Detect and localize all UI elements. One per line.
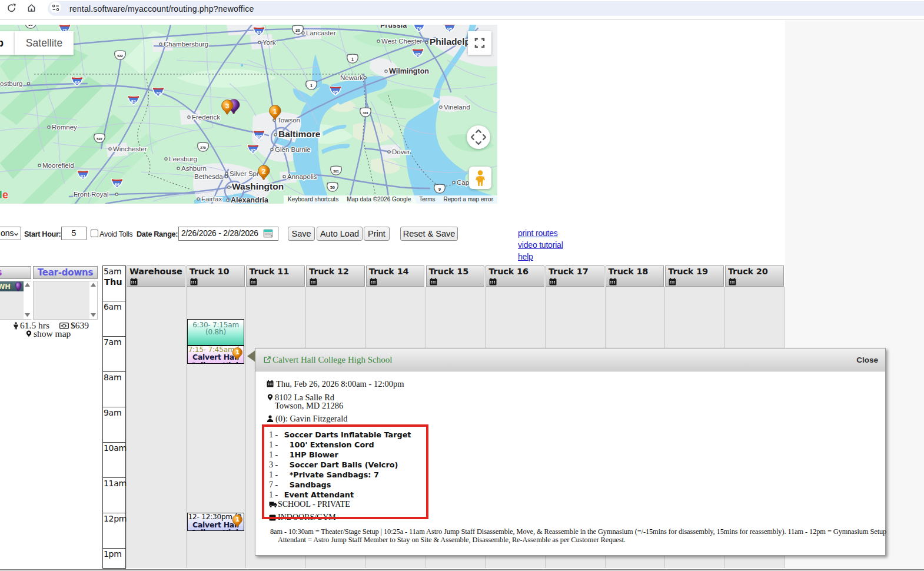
popup-close-button[interactable]: Close: [856, 356, 878, 364]
datepicker-icon[interactable]: 3: [263, 228, 273, 238]
teardowns-tab[interactable]: Tear-downs: [33, 266, 98, 279]
svg-text:Bethesda: Bethesda: [194, 173, 223, 180]
time-label: 9am: [104, 408, 121, 417]
column-header-warehouse[interactable]: Warehouse: [127, 265, 185, 287]
column-header-truck-15[interactable]: Truck 15: [426, 265, 485, 287]
routing-options-select[interactable]: ons: [0, 227, 21, 240]
start-hour-input[interactable]: 5: [61, 227, 87, 240]
svg-text:Winchester: Winchester: [113, 145, 147, 152]
url-text[interactable]: rental.software/myaccount/routing.php?ne…: [69, 2, 254, 16]
time-cell-10am: 10am: [102, 442, 126, 478]
svg-text:95: 95: [416, 52, 421, 57]
column-calendar-icon[interactable]: [549, 278, 557, 286]
column-calendar-icon[interactable]: [430, 278, 437, 286]
show-map-link[interactable]: show map: [34, 329, 71, 338]
reload-icon[interactable]: [7, 4, 16, 12]
svg-text:95: 95: [333, 89, 338, 95]
map-view-button[interactable]: Map: [0, 31, 15, 55]
avoid-tolls-checkbox[interactable]: [91, 230, 98, 237]
calendar-icon: [267, 380, 274, 387]
fullscreen-icon: [468, 31, 491, 55]
column-calendar-icon[interactable]: [130, 278, 138, 286]
schedule-event-2[interactable]: 7:15- 7:45am (Calvert HallCollege High 1: [187, 346, 245, 364]
schedule-event-3[interactable]: 12- 12:30pm (0Calvert HallCollege High 1: [187, 513, 245, 531]
map-city-lancaster: Lancaster: [302, 29, 336, 36]
column-calendar-icon[interactable]: [250, 278, 257, 286]
link-video-tutorial[interactable]: video tutorial: [518, 240, 563, 250]
column-calendar-icon[interactable]: [609, 278, 617, 286]
report-map-error-link[interactable]: Report a map error: [440, 195, 497, 204]
time-label: 10am: [104, 443, 127, 453]
schedule-event-1[interactable]: 6:30- 7:15am(0.8h): [187, 319, 245, 346]
event-line: (0.8h): [188, 328, 244, 336]
fullscreen-button[interactable]: [468, 31, 491, 55]
setups-scrollbar[interactable]: [24, 281, 31, 319]
svg-text:Ashburn: Ashburn: [181, 165, 207, 172]
column-header-truck-17[interactable]: Truck 17: [546, 265, 604, 287]
column-header-truck-12[interactable]: Truck 12: [306, 265, 365, 287]
button-print[interactable]: Print: [364, 227, 390, 241]
pan-control[interactable]: [467, 125, 490, 149]
setups-tab[interactable]: Set-ups: [0, 266, 31, 279]
column-header-truck-10[interactable]: Truck 10: [187, 265, 245, 287]
button-save[interactable]: Save: [288, 227, 315, 241]
link-help[interactable]: help: [518, 251, 533, 262]
wh-label: WH: [0, 283, 11, 291]
us-route-shield-301: 301: [360, 108, 371, 117]
svg-text:1: 1: [310, 84, 313, 88]
google-logo-letter: e: [2, 189, 8, 201]
column-header-label: Truck 18: [609, 267, 649, 276]
column-header-truck-11[interactable]: Truck 11: [246, 265, 305, 287]
us-route-shield-30: 30: [293, 25, 303, 34]
terms-link[interactable]: Terms: [415, 195, 439, 204]
google-map[interactable]: PrussiaLancasterYorkChambersburgWest Che…: [0, 25, 497, 204]
column-header-label: Truck 10: [190, 267, 230, 276]
setups-item-wh[interactable]: WH: [0, 281, 24, 291]
time-cell-9am: 9am: [102, 407, 126, 443]
column-header-truck-14[interactable]: Truck 14: [366, 265, 425, 287]
column-header-truck-19[interactable]: Truck 19: [665, 265, 724, 287]
svg-text:Frederick: Frederick: [192, 114, 220, 121]
start-hour-label: Start Hour:: [24, 230, 61, 240]
column-header-truck-18[interactable]: Truck 18: [606, 265, 664, 287]
time-label: 8am: [104, 373, 121, 382]
column-calendar-icon[interactable]: [310, 278, 317, 286]
column-calendar-icon[interactable]: [669, 278, 676, 286]
map-city-towson: Towson: [273, 117, 300, 124]
button-auto-load[interactable]: Auto Load: [317, 227, 363, 241]
us-route-shield-1: 1: [306, 81, 317, 89]
column-header-truck-20[interactable]: Truck 20: [725, 265, 784, 287]
time-label: 11am: [104, 479, 127, 488]
column-calendar-icon[interactable]: [190, 278, 198, 286]
column-calendar-icon[interactable]: [489, 278, 497, 286]
map-city-ashburn: Ashburn: [177, 165, 207, 172]
home-icon[interactable]: [27, 4, 36, 12]
teardowns-scrollbar[interactable]: [89, 281, 97, 319]
column-calendar-icon[interactable]: [370, 278, 377, 286]
svg-text:95: 95: [251, 148, 256, 153]
link-print-routes[interactable]: print routes: [518, 228, 558, 238]
teardowns-list[interactable]: [33, 281, 98, 320]
map-city-romney: Romney: [48, 124, 77, 131]
popup-title-link[interactable]: Calvert Hall College High School: [272, 355, 392, 365]
map-data-text: Map data ©2026 Google: [343, 195, 415, 204]
column-calendar-icon[interactable]: [729, 278, 736, 286]
satellite-view-button[interactable]: Satellite: [15, 31, 74, 55]
svg-text:83: 83: [257, 30, 262, 35]
screen: rental.software/myaccount/routing.php?ne…: [0, 0, 924, 571]
map-city-washington: Washington: [228, 181, 284, 191]
map-city-frederick: Frederick: [188, 114, 220, 121]
keyboard-shortcuts-link[interactable]: Keyboard shortcuts: [284, 195, 343, 204]
svg-text:York: York: [262, 39, 276, 46]
us-route-shield-9: 9: [434, 184, 445, 193]
svg-text:Glen Burnie: Glen Burnie: [275, 146, 311, 153]
svg-text:Prussia: Prussia: [380, 25, 407, 29]
button-reset-save[interactable]: Reset & Save: [400, 227, 458, 241]
street-view-pegman[interactable]: [469, 167, 491, 189]
column-header-truck-16[interactable]: Truck 16: [486, 265, 544, 287]
time-cell-7am: 7am: [102, 336, 126, 372]
popup-header: Calvert Hall College High School Close: [255, 348, 885, 371]
purple-balloon-icon: [14, 282, 22, 291]
svg-text:301: 301: [363, 111, 368, 115]
us-route-shield-522: 522: [115, 51, 125, 59]
